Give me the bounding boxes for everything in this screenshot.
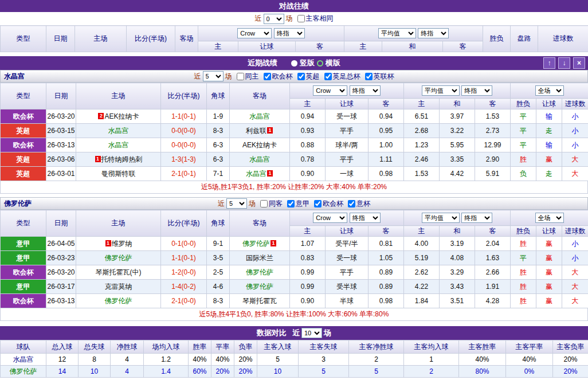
avg-odds-select[interactable]: 平均值 <box>422 213 460 223</box>
score-cell: 1-2(0-0) <box>161 265 207 280</box>
handicap-cell: 一球 <box>326 167 369 181</box>
panelA-count-select[interactable]: 5 <box>203 71 224 81</box>
col-corner: 角球 <box>207 83 230 109</box>
scroll-up-button[interactable]: ↑ <box>543 57 555 69</box>
euro-away-odds: 1.91 <box>475 280 511 294</box>
corner-cell: 9-1 <box>207 237 230 251</box>
asia-home-odds: 0.94 <box>290 109 326 124</box>
league-filter-option[interactable]: 欧会杯 <box>261 72 293 81</box>
radio-vertical-selected-icon[interactable] <box>291 60 297 66</box>
same-away-option[interactable]: 同客 <box>257 199 283 209</box>
avg-odds-select[interactable]: 平均值 <box>378 28 416 38</box>
fiorentina-panel-bar: 佛罗伦萨 近 5 场 同客 意甲 欧会杯 意杯 <box>0 197 588 210</box>
euro-odds-group: 平均值 终指 <box>404 210 511 226</box>
close-button[interactable]: × <box>573 57 585 69</box>
compare-header-cell: 净胜球 <box>111 340 144 354</box>
league-filter-option[interactable]: 意甲 <box>284 199 309 209</box>
away-team: AEK拉纳卡 <box>230 138 290 152</box>
euro-draw-odds: 3.35 <box>440 152 475 167</box>
league-filter-option[interactable]: 欧会杯 <box>311 199 343 209</box>
near-label: 近 <box>218 199 225 209</box>
date-cell: 26-03-01 <box>46 167 76 181</box>
cover-cell: 赢 <box>536 237 562 251</box>
col-score: 比分(半场) <box>127 26 175 52</box>
asia-home-odds: 0.90 <box>290 167 326 181</box>
radio-vertical-label[interactable]: 竖版 <box>300 58 315 68</box>
compare-header-cell: 场均入球 <box>144 340 189 354</box>
col-home: 主场 <box>76 83 161 109</box>
result-cell: 胜 <box>511 237 536 251</box>
scope-select[interactable]: 全场 <box>535 85 564 96</box>
away-team: 佛罗伦萨1 <box>230 237 290 251</box>
compare-header-cell: 主客负率 <box>553 340 588 354</box>
radio-horizontal-label[interactable]: 横版 <box>326 58 340 68</box>
league-checkbox[interactable] <box>314 200 322 207</box>
match-row: 欧会杯 26-03-13 水晶宫 0-0(0-0) 6-3 AEK拉纳卡 0.8… <box>1 138 588 152</box>
h2h-title: 对战往绩 <box>279 1 309 11</box>
sub-euro-home: 主 <box>404 226 440 237</box>
sub-result: 胜负 <box>511 226 536 237</box>
league-checkbox[interactable] <box>324 73 332 80</box>
avg-odds-select[interactable]: 平均值 <box>422 85 460 96</box>
league-checkbox[interactable] <box>297 73 305 80</box>
panelB-count-select[interactable]: 5 <box>226 198 247 209</box>
final-euro-odds-select[interactable]: 终指 <box>418 28 449 38</box>
final-odds-select[interactable]: 终指 <box>350 85 381 96</box>
cover-cell: 走 <box>536 167 562 181</box>
h2h-count-select[interactable]: 0 <box>264 14 284 24</box>
red-card-badge: 1 <box>105 240 111 246</box>
scope-select[interactable]: 全场 <box>535 213 564 223</box>
same-home-away-checkbox[interactable] <box>297 15 305 22</box>
euro-away-odds: 1.53 <box>475 109 511 124</box>
result-cell: 胜 <box>511 294 536 308</box>
league-checkbox[interactable] <box>287 200 295 207</box>
home-team: 水晶宫 <box>76 124 161 138</box>
corner-cell: 7-1 <box>207 167 230 181</box>
score-cell: 0-0(0-0) <box>161 124 207 138</box>
euro-draw-odds: 3.97 <box>440 109 475 124</box>
final-euro-odds-select[interactable]: 终指 <box>461 213 492 223</box>
same-home-option[interactable]: 同主 <box>234 72 259 81</box>
away-team: 水晶宫 <box>230 152 290 167</box>
final-odds-select[interactable]: 终指 <box>274 28 305 38</box>
sub-asia-away: 客 <box>296 41 344 52</box>
compare-header-cell: 平率 <box>211 340 234 354</box>
compare-team-name: 水晶宫 <box>1 354 46 366</box>
league-checkbox[interactable] <box>365 73 373 80</box>
same-home-checkbox[interactable] <box>237 73 244 80</box>
compare-count-select[interactable]: 10 <box>301 328 322 338</box>
compare-row: 佛罗伦萨 14 10 4 1.4 60% 20% 20% 10 5 5 2 80… <box>1 366 588 378</box>
match-row: 意甲 26-03-23 佛罗伦萨 1-1(0-1) 3-5 国际米兰 0.83 … <box>1 251 588 265</box>
compare-value: 5 <box>257 354 299 366</box>
bookmaker-select[interactable]: Crow <box>313 213 347 223</box>
col-date: 日期 <box>46 83 76 109</box>
corner-cell: 8-3 <box>207 294 230 308</box>
asia-away-odds: 0.89 <box>369 265 404 280</box>
scroll-down-button[interactable]: ↓ <box>558 57 570 69</box>
league-filter-option[interactable]: 英足总杯 <box>322 72 360 81</box>
bookmaker-select[interactable]: Crow <box>237 28 272 38</box>
bookmaker-select[interactable]: Crow <box>313 85 347 96</box>
col-away: 客场 <box>230 83 290 109</box>
compare-value: 60% <box>189 366 211 378</box>
asia-away-odds: 0.98 <box>369 294 404 308</box>
corner-cell: 1-9 <box>207 109 230 124</box>
league-checkbox[interactable] <box>348 200 355 207</box>
asia-away-odds: 1.11 <box>369 152 404 167</box>
score-cell: 0-0(0-0) <box>161 138 207 152</box>
league-filter-option[interactable]: 英联杯 <box>362 72 394 81</box>
radio-horizontal-icon[interactable] <box>317 60 323 66</box>
league-checkbox[interactable] <box>264 73 271 80</box>
cover-cell: 赢 <box>536 280 562 294</box>
league-filter-option[interactable]: 意杯 <box>345 199 370 209</box>
match-row: 意甲 26-03-17 克雷莫纳 1-4(0-2) 4-6 佛罗伦萨 0.99 … <box>1 280 588 294</box>
col-score: 比分(半场) <box>161 210 207 237</box>
same-home-away-option[interactable]: 主客相同 <box>295 14 334 23</box>
same-away-checkbox[interactable] <box>260 200 268 207</box>
league-filter-option[interactable]: 英超 <box>295 72 320 81</box>
h2h-filter: 近 0 场 主客相同 <box>0 12 588 25</box>
euro-draw-odds: 5.95 <box>440 138 475 152</box>
final-euro-odds-select[interactable]: 终指 <box>461 85 492 96</box>
final-odds-select[interactable]: 终指 <box>350 213 381 223</box>
euro-draw-odds: 4.42 <box>440 167 475 181</box>
